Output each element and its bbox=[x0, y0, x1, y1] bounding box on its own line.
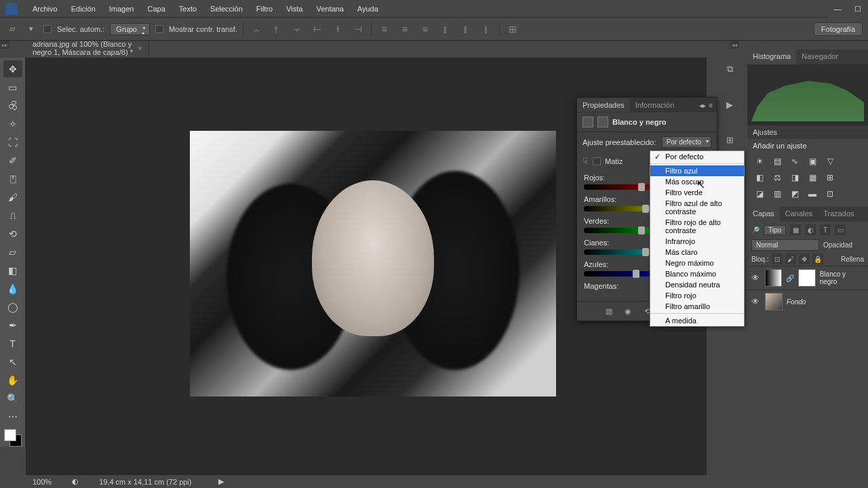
dd-item-mas-claro[interactable]: Más claro bbox=[650, 247, 744, 258]
visibility-icon[interactable]: 👁 bbox=[751, 273, 761, 283]
histogram-tab[interactable]: Histograma bbox=[747, 49, 796, 64]
distribute-right-icon[interactable]: ⫿ bbox=[479, 22, 494, 37]
document-tab[interactable]: adriana.jpg al 100% (Blanco y negro 1, M… bbox=[26, 41, 149, 56]
layer-name[interactable]: Fondo bbox=[787, 298, 806, 306]
gradient-map-icon[interactable]: ▬ bbox=[806, 188, 819, 200]
dd-item-filtro-rojo[interactable]: Filtro rojo bbox=[650, 290, 744, 301]
layer-row-bw[interactable]: 👁 🔗 Blanco y negro bbox=[747, 266, 868, 289]
menu-archivo[interactable]: Archivo bbox=[26, 5, 64, 13]
minimize-button[interactable]: — bbox=[827, 0, 848, 18]
dd-item-densidad-neutra[interactable]: Densidad neutra bbox=[650, 279, 744, 290]
zoom-tool[interactable]: 🔍 bbox=[3, 390, 22, 407]
menu-vista[interactable]: Vista bbox=[279, 5, 309, 13]
layer-thumbnail[interactable] bbox=[765, 293, 783, 310]
lock-position-icon[interactable]: ✥ bbox=[799, 253, 810, 264]
actions-panel-icon[interactable]: ▶ bbox=[722, 97, 737, 112]
eraser-tool[interactable]: ▱ bbox=[3, 243, 22, 260]
chevron-down-icon[interactable]: ▾ bbox=[24, 22, 38, 36]
hue-sat-icon[interactable]: ◧ bbox=[753, 171, 766, 184]
navigator-tab[interactable]: Navegador bbox=[796, 49, 844, 64]
align-bottom-icon[interactable]: ⫟ bbox=[290, 22, 304, 37]
exposure-icon[interactable]: ▣ bbox=[806, 155, 819, 167]
photo-filter-icon[interactable]: ▦ bbox=[806, 171, 819, 184]
edit-toolbar-icon[interactable]: ⋯ bbox=[3, 408, 22, 425]
dodge-tool[interactable]: ◯ bbox=[3, 298, 22, 315]
menu-filtro[interactable]: Filtro bbox=[250, 5, 279, 13]
history-brush-tool[interactable]: ⟲ bbox=[3, 225, 22, 242]
clone-stamp-tool[interactable]: ⎍ bbox=[3, 207, 22, 224]
healing-brush-tool[interactable]: ⍞ bbox=[3, 170, 22, 187]
status-arrow-icon[interactable]: ▶ bbox=[218, 477, 224, 486]
align-vcenter-icon[interactable]: ⫯ bbox=[269, 22, 284, 37]
paths-tab[interactable]: Trazados bbox=[818, 207, 859, 222]
align-hcenter-icon[interactable]: ⫲ bbox=[330, 22, 345, 37]
filter-adjust-icon[interactable]: ◐ bbox=[805, 224, 816, 235]
vibrance-icon[interactable]: ▽ bbox=[823, 155, 837, 167]
color-swatch[interactable] bbox=[4, 429, 22, 447]
path-selection-tool[interactable]: ↖ bbox=[3, 353, 22, 370]
eyedropper-tool[interactable]: ✐ bbox=[3, 152, 22, 169]
filter-shape-icon[interactable]: ▭ bbox=[835, 224, 846, 235]
lock-transparent-icon[interactable]: ⊡ bbox=[772, 253, 783, 264]
zoom-level[interactable]: 100% bbox=[33, 478, 52, 486]
posterize-icon[interactable]: ▥ bbox=[770, 188, 784, 200]
kind-select[interactable]: Tipo bbox=[764, 225, 786, 235]
menu-ventana[interactable]: Ventana bbox=[309, 5, 350, 13]
align-top-icon[interactable]: ⫠ bbox=[249, 22, 264, 37]
marquee-tool[interactable]: ▭ bbox=[3, 79, 22, 96]
distribute-left-icon[interactable]: ⫿ bbox=[438, 22, 453, 37]
color-balance-icon[interactable]: ⚖ bbox=[770, 171, 784, 184]
layers-tab[interactable]: Capas bbox=[747, 207, 780, 222]
curves-icon[interactable]: ∿ bbox=[788, 155, 802, 167]
dd-item-filtro-azul[interactable]: Filtro azul bbox=[650, 165, 744, 176]
gradient-tool[interactable]: ◧ bbox=[3, 262, 22, 279]
layer-row-fondo[interactable]: 👁 Fondo bbox=[747, 289, 868, 313]
layer-mask-thumbnail[interactable] bbox=[798, 269, 816, 287]
blur-tool[interactable]: 💧 bbox=[3, 280, 22, 297]
foreground-color[interactable] bbox=[4, 429, 16, 441]
brush-tool[interactable]: 🖌 bbox=[3, 188, 22, 205]
maximize-button[interactable]: ☐ bbox=[848, 0, 868, 18]
type-tool[interactable]: T bbox=[3, 335, 22, 352]
previous-state-icon[interactable]: ◉ bbox=[622, 306, 634, 317]
menu-imagen[interactable]: Imagen bbox=[102, 5, 141, 13]
close-tab-icon[interactable]: × bbox=[138, 45, 142, 52]
distribute-hcenter-icon[interactable]: ⫿ bbox=[458, 22, 473, 37]
document-canvas[interactable] bbox=[190, 131, 556, 396]
dd-item-negro-maximo[interactable]: Negro máximo bbox=[650, 258, 744, 268]
pen-tool[interactable]: ✒ bbox=[3, 317, 22, 333]
layer-thumbnail[interactable] bbox=[765, 269, 783, 287]
filter-type-icon[interactable]: T bbox=[820, 224, 831, 235]
auto-select-checkbox[interactable] bbox=[43, 25, 52, 33]
dd-item-por-defecto[interactable]: Por defecto bbox=[650, 151, 744, 162]
channel-mixer-icon[interactable]: ⊞ bbox=[823, 171, 837, 184]
distribute-vcenter-icon[interactable]: ≡ bbox=[397, 22, 412, 37]
dd-item-a-medida[interactable]: A medida bbox=[650, 315, 744, 326]
menu-capa[interactable]: Capa bbox=[140, 5, 172, 13]
dd-item-infrarrojo[interactable]: Infrarrojo bbox=[650, 236, 744, 247]
align-left-icon[interactable]: ⊢ bbox=[310, 22, 325, 37]
menu-ayuda[interactable]: Ayuda bbox=[351, 5, 385, 13]
distribute-bottom-icon[interactable]: ≡ bbox=[418, 22, 433, 37]
lasso-tool[interactable]: 🗫 bbox=[3, 97, 22, 114]
layer-name[interactable]: Blanco y negro bbox=[820, 270, 864, 285]
show-transform-checkbox[interactable] bbox=[155, 25, 163, 33]
dd-item-filtro-rojo-alto-contraste[interactable]: Filtro rojo de alto contraste bbox=[650, 217, 744, 236]
auto-align-icon[interactable]: ⊞ bbox=[505, 22, 520, 37]
panel-menu-icon[interactable]: ≡ bbox=[709, 102, 713, 109]
dd-item-filtro-amarillo[interactable]: Filtro amarillo bbox=[650, 301, 744, 312]
dd-item-blanco-maximo[interactable]: Blanco máximo bbox=[650, 268, 744, 279]
distribute-top-icon[interactable]: ≡ bbox=[377, 22, 392, 37]
auto-select-dropdown[interactable]: Grupo bbox=[110, 23, 150, 35]
mask-icon[interactable] bbox=[597, 117, 608, 127]
tint-checkbox[interactable] bbox=[593, 157, 601, 165]
filter-pixel-icon[interactable]: ▦ bbox=[790, 224, 801, 235]
bw-icon[interactable]: ◨ bbox=[788, 171, 802, 184]
properties-tab[interactable]: Propiedades bbox=[577, 98, 630, 112]
color-panel-icon[interactable]: ⊞ bbox=[722, 132, 737, 147]
selective-color-icon[interactable]: ⊡ bbox=[823, 188, 837, 200]
menu-edicion[interactable]: Edición bbox=[64, 5, 102, 13]
menu-seleccion[interactable]: Selección bbox=[203, 5, 250, 13]
collapse-left-icon[interactable]: ▸▸ bbox=[0, 41, 9, 49]
clip-icon[interactable]: ▧ bbox=[603, 306, 615, 317]
